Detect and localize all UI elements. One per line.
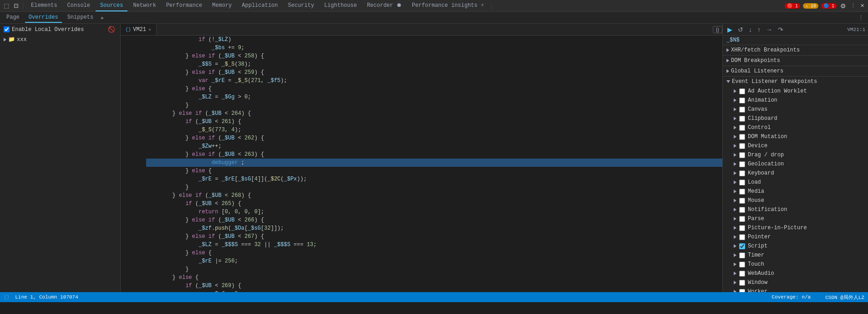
code-line-10: } else if (_$UB < 264) { [146, 109, 722, 118]
enable-local-overrides-label[interactable]: Enable Local Overrides [4, 26, 84, 33]
sources-tab-snippets[interactable]: Snippets [64, 13, 97, 23]
top-toolbar: ⬚ ⊡ Elements Console Sources Network Per… [0, 0, 868, 12]
tab-recorder[interactable]: Recorder ⏺ [362, 0, 406, 11]
cb-ad-auction[interactable] [739, 88, 745, 94]
item-pointer[interactable]: Pointer [723, 232, 868, 242]
item-animation[interactable]: Animation [723, 96, 868, 105]
overrides-label-text: Enable Local Overrides [12, 26, 84, 33]
folder-item-xxx[interactable]: 📁 xxx [0, 35, 120, 44]
cb-mouse[interactable] [739, 198, 745, 204]
cb-notification[interactable] [739, 207, 745, 213]
cb-pointer[interactable] [739, 234, 745, 240]
clear-overrides-btn[interactable]: 🚫 [107, 26, 117, 33]
cb-window[interactable] [739, 280, 745, 286]
cb-worker[interactable] [739, 289, 745, 293]
cb-geolocation[interactable] [739, 161, 745, 167]
tab-security[interactable]: Security [284, 0, 319, 11]
right-panel-content[interactable]: XHR/fetch Breakpoints DOM Breakpoints Gl… [723, 45, 868, 292]
item-device[interactable]: Device [723, 141, 868, 150]
code-line-22: return [0, 0, 0, 0]; [146, 208, 722, 216]
item-ad-auction[interactable]: Ad Auction Worklet [723, 87, 868, 96]
item-geolocation[interactable]: Geolocation [723, 160, 868, 169]
step-btn[interactable]: → [764, 26, 774, 34]
code-line-11: if (_$UB < 261) { [146, 118, 722, 126]
inspect-icon[interactable]: ⬚ [2, 1, 11, 10]
item-keyboard[interactable]: Keyboard [723, 169, 868, 178]
item-touch[interactable]: Touch [723, 260, 868, 269]
item-mouse[interactable]: Mouse [723, 196, 868, 205]
step-over-btn[interactable]: ↺ [736, 26, 745, 34]
dom-breakpoints-expand-icon [726, 59, 729, 62]
tab-perf-insights[interactable]: Performance insights ⚡ [407, 0, 488, 11]
item-media[interactable]: Media [723, 187, 868, 196]
item-parse[interactable]: Parse [723, 214, 868, 223]
sources-menu-btn[interactable]: ⋮ [857, 14, 865, 21]
tab-performance[interactable]: Performance [162, 0, 207, 11]
settings-btn[interactable]: ⚙ [838, 1, 848, 10]
tab-network[interactable]: Network [128, 0, 160, 11]
tab-console[interactable]: Console [63, 0, 95, 11]
item-webaudio[interactable]: WebAudio [723, 269, 868, 278]
tab-memory[interactable]: Memory [208, 0, 236, 11]
event-listener-header[interactable]: Event Listener Breakpoints [723, 77, 868, 87]
editor-area[interactable]: if (!_$LZ) _$bs += 9; } else if (_$UB < … [121, 36, 722, 292]
cb-dom-mutation[interactable] [739, 134, 745, 140]
item-worker[interactable]: Worker [723, 287, 868, 292]
item-drag-drop[interactable]: Drag / drop [723, 150, 868, 160]
cb-parse[interactable] [739, 216, 745, 222]
cb-webaudio[interactable] [739, 271, 745, 277]
item-control[interactable]: Control [723, 123, 868, 132]
resume-btn[interactable]: ▶ [726, 26, 734, 34]
cb-canvas[interactable] [739, 107, 745, 113]
event-listener-section: Event Listener Breakpoints Ad Auction Wo… [723, 77, 868, 292]
sources-tab-page[interactable]: Page [3, 13, 23, 23]
editor-section: {} VM21 ✕ {} [121, 24, 722, 292]
cb-media[interactable] [739, 189, 745, 195]
cb-timer[interactable] [739, 252, 745, 258]
item-window[interactable]: Window [723, 278, 868, 287]
file-tab-close[interactable]: ✕ [148, 26, 152, 33]
cb-keyboard[interactable] [739, 170, 745, 176]
tab-lighthouse[interactable]: Lighthouse [320, 0, 361, 11]
item-notification[interactable]: Notification [723, 205, 868, 214]
item-pip[interactable]: Picture-in-Picture [723, 223, 868, 232]
cb-pip[interactable] [739, 225, 745, 231]
dom-breakpoints-header[interactable]: DOM Breakpoints [723, 56, 868, 66]
deactivate-btn[interactable]: ↷ [776, 26, 785, 34]
tab-sources[interactable]: Sources [96, 0, 127, 11]
item-timer[interactable]: Timer [723, 251, 868, 260]
cb-device[interactable] [739, 143, 745, 149]
code-line-15: } else if (_$UB < 263) { [146, 150, 722, 159]
tab-elements[interactable]: Elements [26, 0, 62, 11]
more-tools-btn[interactable]: ⋮ [849, 2, 858, 10]
step-into-btn[interactable]: ↓ [747, 26, 754, 34]
file-tab-vm21[interactable]: {} VM21 ✕ [121, 24, 157, 35]
cb-animation[interactable] [739, 98, 745, 103]
ln21 [121, 200, 133, 208]
cb-control[interactable] [739, 125, 745, 131]
cb-load[interactable] [739, 180, 745, 185]
step-out-btn[interactable]: ↑ [756, 26, 762, 34]
tab-application[interactable]: Application [237, 0, 282, 11]
close-devtools-btn[interactable]: ✕ [858, 2, 866, 10]
item-script[interactable]: Script [723, 242, 868, 251]
xhr-fetch-header[interactable]: XHR/fetch Breakpoints [723, 45, 868, 55]
cb-touch[interactable] [739, 262, 745, 268]
cb-clipboard[interactable] [739, 116, 745, 122]
sources-tab-overrides[interactable]: Overrides [25, 13, 62, 23]
cb-drag-drop[interactable] [739, 152, 745, 158]
ln10 [121, 109, 133, 118]
device-icon[interactable]: ⊡ [12, 1, 20, 10]
format-btn[interactable]: {} [713, 26, 722, 33]
item-dom-mutation[interactable]: DOM Mutation [723, 132, 868, 141]
item-canvas[interactable]: Canvas [723, 105, 868, 114]
item-clipboard[interactable]: Clipboard [723, 114, 868, 123]
sep2 [491, 2, 492, 10]
cb-script[interactable] [739, 243, 745, 249]
code-line-29: } [146, 265, 722, 273]
more-tabs-btn[interactable]: » [99, 14, 105, 21]
line-numbers [121, 36, 137, 292]
enable-local-overrides-checkbox[interactable] [4, 26, 10, 32]
item-load[interactable]: Load [723, 178, 868, 187]
global-listeners-header[interactable]: Global Listeners [723, 66, 868, 76]
